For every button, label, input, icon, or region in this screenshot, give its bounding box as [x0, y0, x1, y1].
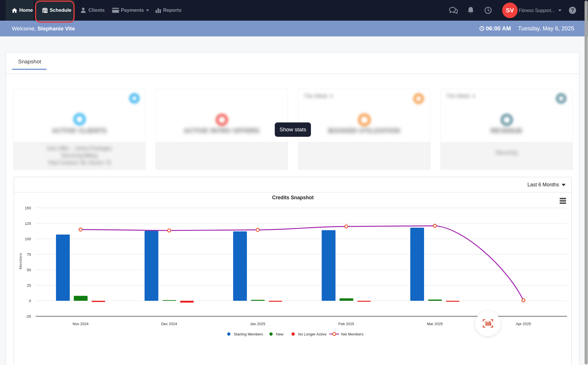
svg-text:?: ? [571, 7, 574, 13]
svg-text:Feb 2025: Feb 2025 [339, 322, 354, 326]
svg-text:New: New [276, 332, 284, 336]
svg-text:Starting Members: Starting Members [234, 332, 263, 336]
svg-text:Apr 2025: Apr 2025 [516, 322, 531, 326]
svg-text:Net Members: Net Members [341, 332, 364, 336]
svg-text:125: 125 [25, 221, 31, 226]
svg-text:Dec 2024: Dec 2024 [161, 322, 177, 326]
svg-text:150: 150 [25, 206, 31, 210]
svg-text:Jan 2025: Jan 2025 [250, 322, 266, 326]
svg-text:50: 50 [27, 268, 31, 272]
svg-text:75: 75 [27, 252, 31, 257]
svg-text:0: 0 [29, 299, 31, 303]
svg-text:-25: -25 [26, 314, 31, 319]
svg-text:25: 25 [27, 283, 31, 288]
svg-text:Credits Snapshot: Credits Snapshot [272, 195, 314, 200]
svg-text:Nov 2024: Nov 2024 [73, 322, 89, 326]
svg-text:100: 100 [25, 237, 31, 241]
svg-text:No Longer Active: No Longer Active [298, 332, 326, 336]
svg-text:Members: Members [18, 253, 23, 270]
svg-text:Mar 2025: Mar 2025 [427, 322, 443, 326]
